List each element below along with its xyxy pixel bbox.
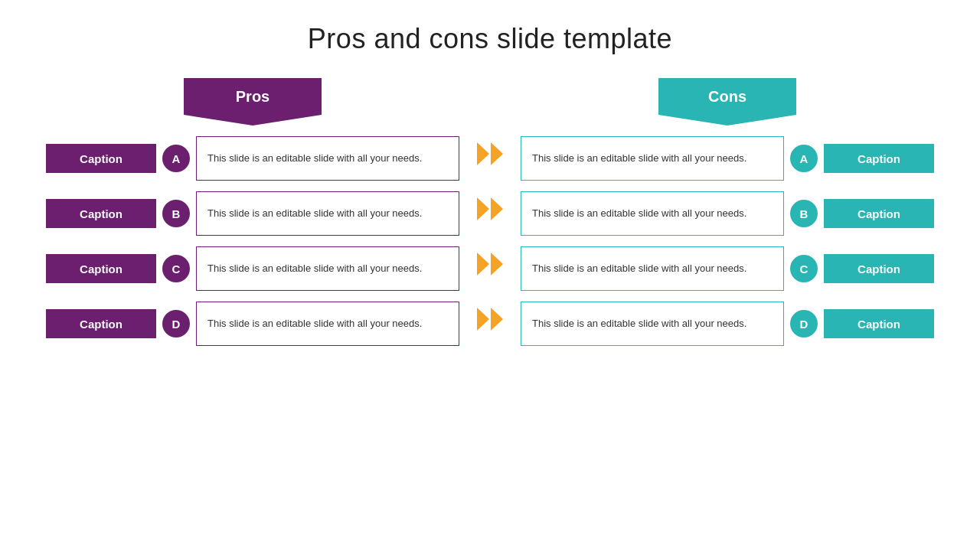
pros-text-d: This slide is an editable slide with all… xyxy=(196,302,459,346)
cons-rows: This slide is an editable slide with all… xyxy=(521,136,934,346)
cons-caption-b: Caption xyxy=(824,199,934,228)
pros-header-label: Pros xyxy=(184,78,322,115)
pros-badge-d: D xyxy=(162,310,190,337)
chevron-d-2 xyxy=(491,308,503,331)
cons-badge-a: A xyxy=(790,145,818,172)
pros-row-d: Caption D This slide is an editable slid… xyxy=(46,302,459,346)
chevron-c-2 xyxy=(491,253,503,276)
chevron-d xyxy=(477,308,503,331)
pros-text-a: This slide is an editable slide with all… xyxy=(196,136,459,181)
cons-column: Cons This slide is an editable slide wit… xyxy=(521,78,934,346)
chevron-a-1 xyxy=(477,142,489,165)
pros-text-b: This slide is an editable slide with all… xyxy=(196,191,459,236)
slide-title: Pros and cons slide template xyxy=(308,23,672,55)
cons-caption-c: Caption xyxy=(824,254,934,283)
sep-row-a xyxy=(477,132,503,176)
cons-header-label: Cons xyxy=(658,78,796,115)
chevron-c xyxy=(477,253,503,276)
sep-rows xyxy=(477,132,503,341)
cons-caption-a: Caption xyxy=(824,144,934,173)
pros-row-b: Caption B This slide is an editable slid… xyxy=(46,191,459,236)
pros-header-banner: Pros xyxy=(184,78,322,115)
pros-column: Pros Caption A This slide is an editable… xyxy=(46,78,459,346)
cons-caption-d: Caption xyxy=(824,309,934,338)
chevron-c-1 xyxy=(477,253,489,276)
cons-row-d: This slide is an editable slide with all… xyxy=(521,302,934,346)
separator xyxy=(459,78,521,341)
slide: Pros and cons slide template Pros Captio… xyxy=(0,0,980,551)
pros-row-a: Caption A This slide is an editable slid… xyxy=(46,136,459,181)
cons-header-arrow xyxy=(658,115,796,126)
pros-row-c: Caption C This slide is an editable slid… xyxy=(46,246,459,291)
pros-header-arrow xyxy=(184,115,322,126)
cons-badge-d: D xyxy=(790,310,818,337)
chevron-a xyxy=(477,142,503,165)
pros-caption-b: Caption xyxy=(46,199,156,228)
cons-row-b: This slide is an editable slide with all… xyxy=(521,191,934,236)
cons-text-c: This slide is an editable slide with all… xyxy=(521,246,784,291)
chevron-a-2 xyxy=(491,142,503,165)
pros-caption-a: Caption xyxy=(46,144,156,173)
pros-text-c: This slide is an editable slide with all… xyxy=(196,246,459,291)
chevron-b xyxy=(477,197,503,220)
cons-text-d: This slide is an editable slide with all… xyxy=(521,302,784,346)
pros-rows: Caption A This slide is an editable slid… xyxy=(46,136,459,346)
chevron-b-1 xyxy=(477,197,489,220)
sep-row-d xyxy=(477,297,503,341)
chevron-b-2 xyxy=(491,197,503,220)
cons-text-a: This slide is an editable slide with all… xyxy=(521,136,784,181)
pros-badge-a: A xyxy=(162,145,190,172)
pros-badge-b: B xyxy=(162,200,190,227)
pros-caption-d: Caption xyxy=(46,309,156,338)
pros-caption-c: Caption xyxy=(46,254,156,283)
cons-text-b: This slide is an editable slide with all… xyxy=(521,191,784,236)
pros-badge-c: C xyxy=(162,255,190,282)
sep-row-c xyxy=(477,242,503,286)
sep-row-b xyxy=(477,187,503,231)
columns-container: Pros Caption A This slide is an editable… xyxy=(46,78,934,346)
cons-row-a: This slide is an editable slide with all… xyxy=(521,136,934,181)
cons-badge-c: C xyxy=(790,255,818,282)
cons-badge-b: B xyxy=(790,200,818,227)
cons-row-c: This slide is an editable slide with all… xyxy=(521,246,934,291)
cons-header-banner: Cons xyxy=(658,78,796,115)
chevron-d-1 xyxy=(477,308,489,331)
